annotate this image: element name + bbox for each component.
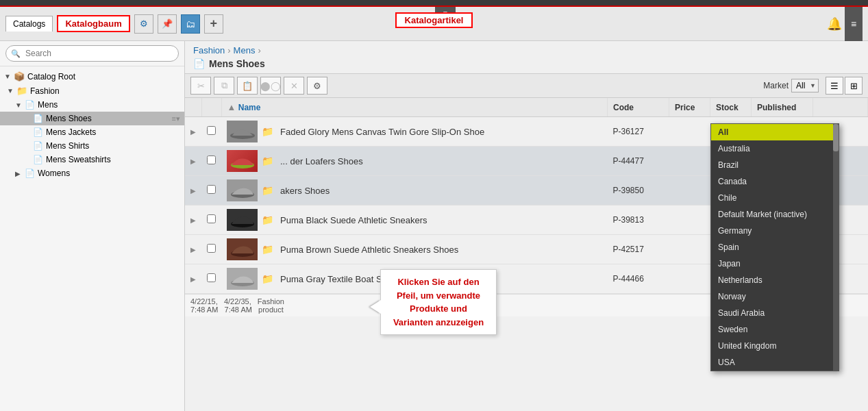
row-check-cell[interactable] xyxy=(201,206,221,235)
list-view-btn[interactable]: ☰ xyxy=(826,77,843,95)
market-option-brazil[interactable]: Brazil xyxy=(711,157,839,173)
cut-btn[interactable]: ✂ xyxy=(190,77,211,95)
row-check-cell[interactable] xyxy=(201,117,221,147)
tree-arrow: ▼ xyxy=(4,73,14,80)
row-check-cell[interactable] xyxy=(201,176,221,206)
row-code: P-39850 xyxy=(608,176,669,206)
folder-icon: 📁 xyxy=(262,214,273,225)
row-checkbox[interactable] xyxy=(207,273,216,282)
delete-btn[interactable]: ✕ xyxy=(284,77,304,95)
copy-btn[interactable]: ⧉ xyxy=(214,77,234,95)
row-expand-arrow[interactable]: ▶ xyxy=(190,216,196,224)
sidebar-toggle-btn[interactable]: ≡ xyxy=(845,7,863,41)
sidebar-item-mens-shoes[interactable]: 📄 Mens Shoes ≡▾ xyxy=(0,112,184,125)
content-area: Fashion › Mens › 📄 Mens Shoes ✂ ⧉ 📋 ⬤◯ xyxy=(185,41,868,411)
breadcrumb-mens[interactable]: Mens xyxy=(234,45,256,55)
gear-btn[interactable]: ⚙ xyxy=(134,14,153,34)
row-expand-arrow[interactable]: ▶ xyxy=(190,158,196,165)
col-code[interactable]: Code xyxy=(608,98,669,117)
catalog-tree-btn[interactable]: 🗂 xyxy=(181,14,200,34)
market-option-sweden[interactable]: Sweden xyxy=(711,321,839,338)
grid-view-icon: ⊞ xyxy=(850,81,858,91)
sidebar-item-mens-jackets[interactable]: 📄 Mens Jackets xyxy=(0,125,184,139)
market-option-chile[interactable]: Chile xyxy=(711,190,839,206)
tree-label: Mens Jackets xyxy=(46,127,96,137)
col-price[interactable]: Price xyxy=(669,98,710,117)
market-select-wrapper[interactable]: All xyxy=(791,79,819,92)
market-option-default-market[interactable]: Default Market (inactive) xyxy=(711,206,839,223)
row-expand-arrow[interactable]: ▶ xyxy=(190,187,196,195)
row-arrow-cell[interactable]: ▶ xyxy=(185,235,201,264)
product-thumb xyxy=(227,150,258,172)
sidebar-item-mens-sweatshirts[interactable]: 📄 Mens Sweatshirts xyxy=(0,153,184,166)
col-name[interactable]: ▲ Name xyxy=(221,98,608,117)
col-extra1 xyxy=(813,98,868,117)
page-title-icon: 📄 xyxy=(193,58,205,69)
market-select[interactable]: All xyxy=(791,79,819,92)
katalogartikel-label: Katalogartikel xyxy=(395,12,473,28)
tree-label: Mens Shoes xyxy=(46,114,92,123)
row-name-cell: 📁 Puma Brown Suede Athletic Sneakers Sho… xyxy=(221,235,608,264)
row-expand-arrow[interactable]: ▶ xyxy=(190,275,196,283)
market-option-australia[interactable]: Australia xyxy=(711,140,839,157)
grid-view-btn[interactable]: ⊞ xyxy=(845,77,863,95)
row-arrow-cell[interactable]: ▶ xyxy=(185,117,201,147)
market-option-spain[interactable]: Spain xyxy=(711,239,839,256)
row-check-cell[interactable] xyxy=(201,264,221,294)
row-arrow-cell[interactable]: ▶ xyxy=(185,176,201,206)
search-box xyxy=(0,41,184,66)
paste-btn[interactable]: 📋 xyxy=(237,77,258,95)
settings-btn[interactable]: ⚙ xyxy=(307,77,327,95)
market-scrollbar-thumb[interactable] xyxy=(833,124,839,151)
market-option-saudi-arabia[interactable]: Saudi Arabia xyxy=(711,305,839,321)
lines-icon: ≡ xyxy=(851,18,856,29)
row-arrow-cell[interactable]: ▶ xyxy=(185,147,201,176)
row-expand-arrow[interactable]: ▶ xyxy=(190,246,196,253)
row-name-cell: 📁 akers Shoes xyxy=(221,176,608,206)
market-option-all[interactable]: All xyxy=(711,124,839,140)
row-checkbox[interactable] xyxy=(207,185,216,194)
col-stock[interactable]: Stock xyxy=(710,98,752,117)
row-expand-arrow[interactable]: ▶ xyxy=(190,128,196,136)
search-input[interactable] xyxy=(5,45,179,62)
tree-icon: 📄 xyxy=(25,169,35,178)
tree-item-actions[interactable]: ≡▾ xyxy=(172,114,180,123)
tree-icon: 📄 xyxy=(33,114,43,123)
market-scrollbar[interactable] xyxy=(833,124,839,371)
row-checkbox[interactable] xyxy=(207,126,216,135)
sidebar-item-womens[interactable]: ▶ 📄 Womens xyxy=(0,166,184,180)
row-checkbox[interactable] xyxy=(207,244,216,253)
sidebar-item-fashion[interactable]: ▼ 📁 Fashion xyxy=(0,84,184,98)
row-arrow-cell[interactable]: ▶ xyxy=(185,264,201,294)
row-arrow-cell[interactable]: ▶ xyxy=(185,206,201,235)
sidebar-item-mens-shirts[interactable]: 📄 Mens Shirts xyxy=(0,139,184,153)
tooltip-popup: Klicken Sie auf den Pfeil, um verwandte … xyxy=(380,269,497,335)
market-option-uk[interactable]: United Kingdom xyxy=(711,338,839,354)
row-checkbox[interactable] xyxy=(207,155,216,164)
col-published[interactable]: Published xyxy=(752,98,813,117)
row-checkbox[interactable] xyxy=(207,214,216,223)
tree-icon: 📄 xyxy=(33,155,43,164)
sidebar-item-mens[interactable]: ▼ 📄 Mens xyxy=(0,98,184,112)
market-option-japan[interactable]: Japan xyxy=(711,256,839,272)
tab-catalogs[interactable]: Catalogs xyxy=(5,16,53,32)
bell-icon[interactable]: 🔔 xyxy=(827,16,842,32)
market-option-netherlands[interactable]: Netherlands xyxy=(711,272,839,288)
market-option-usa[interactable]: USA xyxy=(711,354,839,371)
folder-icon: 📁 xyxy=(262,244,273,255)
pin-btn[interactable]: 📌 xyxy=(158,14,177,34)
market-option-germany[interactable]: Germany xyxy=(711,223,839,239)
market-option-norway[interactable]: Norway xyxy=(711,288,839,305)
breadcrumb-fashion[interactable]: Fashion xyxy=(193,45,225,55)
paste-icon: 📋 xyxy=(242,81,253,91)
market-option-canada[interactable]: Canada xyxy=(711,173,839,190)
action-toolbar: ✂ ⧉ 📋 ⬤◯ ✕ ⚙ Market All xyxy=(185,73,868,98)
add-btn[interactable]: + xyxy=(204,14,223,34)
tree-area: ▼ 📦 Catalog Root ▼ 📁 Fashion ▼ 📄 Mens 📄 … xyxy=(0,66,184,411)
sidebar-item-catalog-root[interactable]: ▼ 📦 Catalog Root xyxy=(0,69,184,84)
move-btn[interactable]: ⬤◯ xyxy=(260,77,281,95)
row-price xyxy=(669,147,710,176)
row-check-cell[interactable] xyxy=(201,235,221,264)
row-check-cell[interactable] xyxy=(201,147,221,176)
breadcrumb-sep-2: › xyxy=(258,45,260,55)
